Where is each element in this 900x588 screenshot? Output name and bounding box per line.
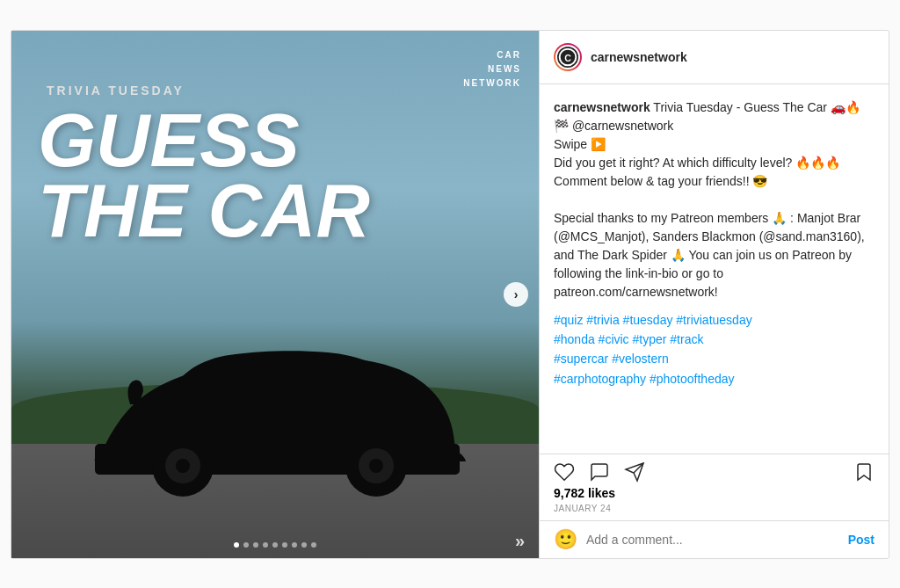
- right-header: C carnewsnetwork: [540, 31, 889, 84]
- dot-4[interactable]: [263, 542, 268, 548]
- dot-5[interactable]: [272, 542, 278, 548]
- brand-logo: CAR NEWS NETWORK: [463, 48, 521, 91]
- carousel-next-button[interactable]: ›: [504, 282, 528, 307]
- dot-8[interactable]: [301, 542, 307, 548]
- post-image: CAR NEWS NETWORK TRIVIA TUESDAY GUESS TH…: [11, 31, 539, 558]
- right-avatar: C: [554, 43, 582, 71]
- caption-body: Trivia Tuesday - Guess The Car 🚗🔥🏁 @carn…: [554, 100, 868, 299]
- dot-6[interactable]: [282, 542, 287, 548]
- trivia-label: TRIVIA TUESDAY: [47, 83, 185, 98]
- actions-row: [540, 454, 889, 486]
- dot-3[interactable]: [253, 542, 258, 548]
- svg-point-6: [369, 459, 383, 473]
- comment-input[interactable]: [586, 533, 839, 547]
- caption-text: carnewsnetwork Trivia Tuesday - Guess Th…: [554, 98, 875, 301]
- post-comment-button[interactable]: Post: [848, 533, 875, 547]
- dot-2[interactable]: [243, 542, 249, 548]
- dot-1[interactable]: [234, 542, 239, 548]
- caption-area: carnewsnetwork Trivia Tuesday - Guess Th…: [540, 84, 889, 454]
- comment-input-row: 🙂 Post: [540, 520, 889, 558]
- car-silhouette: [77, 312, 473, 505]
- carousel-dots: [234, 542, 316, 548]
- svg-text:C: C: [564, 53, 571, 63]
- image-section: CAR NEWS NETWORK TRIVIA TUESDAY GUESS TH…: [11, 31, 539, 558]
- save-button[interactable]: [853, 461, 875, 483]
- post-date: JANUARY 24: [540, 504, 889, 520]
- skip-arrows[interactable]: »: [515, 531, 525, 551]
- dot-7[interactable]: [292, 542, 297, 548]
- post-body: CAR NEWS NETWORK TRIVIA TUESDAY GUESS TH…: [11, 31, 889, 558]
- like-button[interactable]: [554, 461, 575, 483]
- likes-count: 9,782 likes: [540, 486, 889, 504]
- right-username[interactable]: carnewsnetwork: [591, 50, 687, 64]
- guess-line1: GUESS: [38, 105, 512, 177]
- emoji-button[interactable]: 🙂: [554, 528, 577, 551]
- svg-point-3: [176, 459, 190, 473]
- right-panel: C carnewsnetwork carnewsnetwork Trivia T…: [539, 31, 889, 558]
- comment-button[interactable]: [589, 461, 610, 483]
- post-container: CAR NEWS NETWORK TRIVIA TUESDAY GUESS TH…: [11, 30, 889, 559]
- hashtags: #quiz #trivia #tuesday #triviatuesday #h…: [554, 310, 875, 389]
- caption-username[interactable]: carnewsnetwork: [554, 100, 650, 114]
- share-button[interactable]: [624, 461, 645, 483]
- guess-line2: THE CAR: [38, 176, 512, 247]
- right-avatar-inner: C: [555, 45, 580, 69]
- dot-9[interactable]: [311, 542, 316, 548]
- guess-text: GUESS THE CAR: [38, 105, 512, 248]
